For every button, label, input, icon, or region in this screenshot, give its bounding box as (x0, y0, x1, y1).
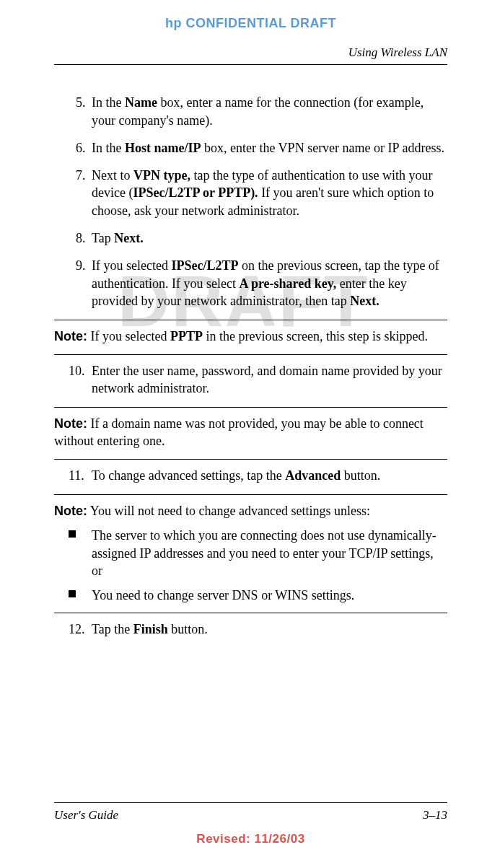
step-text: Tap the Finish button. (92, 622, 208, 636)
step-text: If you selected IPSec/L2TP on the previo… (92, 258, 439, 308)
section-title: Using Wireless LAN (54, 45, 447, 61)
revised-date: Revised: 11/26/03 (54, 831, 447, 848)
step-text: Next to VPN type, tap the type of authen… (92, 168, 434, 218)
step-number: 5. (76, 94, 86, 111)
step-9: 9. If you selected IPSec/L2TP on the pre… (76, 257, 447, 310)
step-8: 8. Tap Next. (76, 229, 447, 247)
bullet-text: The server to which you are connecting d… (92, 528, 436, 578)
note-rule (54, 354, 447, 355)
list-item: You need to change server DNS or WINS se… (54, 587, 447, 604)
step-7: 7. Next to VPN type, tap the type of aut… (76, 167, 447, 219)
step-text: Enter the user name, password, and domai… (92, 364, 442, 395)
square-bullet-icon (69, 590, 76, 597)
header-rule (54, 64, 447, 65)
list-item: The server to which you are connecting d… (54, 527, 447, 579)
step-text: In the Name box, enter a name for the co… (92, 95, 424, 127)
page-number: 3–13 (423, 807, 447, 824)
bullet-text: You need to change server DNS or WINS se… (92, 588, 354, 602)
note-1: Note: If you selected PPTP in the previo… (54, 328, 447, 345)
page-footer: User's Guide 3–13 Revised: 11/26/03 (54, 802, 447, 848)
note-rule (54, 459, 447, 460)
step-number: 9. (76, 257, 86, 274)
step-number: 7. (76, 167, 86, 184)
confidential-header: hp CONFIDENTIAL DRAFT (54, 14, 447, 32)
note-label: Note: (54, 329, 87, 343)
footer-left: User's Guide (54, 807, 118, 824)
step-number: 12. (69, 621, 85, 638)
footer-rule (54, 802, 447, 803)
step-6: 6. In the Host name/IP box, enter the VP… (76, 139, 447, 157)
step-12: 12. Tap the Finish button. (76, 621, 447, 638)
step-number: 11. (69, 467, 84, 484)
step-11: 11. To change advanced settings, tap the… (76, 467, 447, 484)
step-10: 10. Enter the user name, password, and d… (76, 362, 447, 398)
note-rule (54, 320, 447, 320)
step-number: 6. (76, 139, 86, 157)
note-label: Note: (54, 416, 87, 431)
note-3: Note: You will not need to change advanc… (54, 502, 447, 520)
note-label: Note: (54, 504, 87, 518)
note-2: Note: If a domain name was not provided,… (54, 415, 447, 450)
step-text: Tap Next. (92, 231, 144, 245)
note-bullet-list: The server to which you are connecting d… (54, 527, 447, 604)
step-text: In the Host name/IP box, enter the VPN s… (92, 141, 444, 155)
step-number: 10. (69, 362, 85, 380)
step-5: 5. In the Name box, enter a name for the… (76, 94, 447, 129)
square-bullet-icon (69, 530, 76, 538)
note-rule (54, 494, 447, 495)
step-number: 8. (76, 229, 86, 247)
note-rule (54, 407, 447, 408)
body-content: 5. In the Name box, enter a name for the… (54, 94, 447, 639)
note-rule (54, 613, 447, 613)
step-text: To change advanced settings, tap the Adv… (92, 468, 380, 483)
